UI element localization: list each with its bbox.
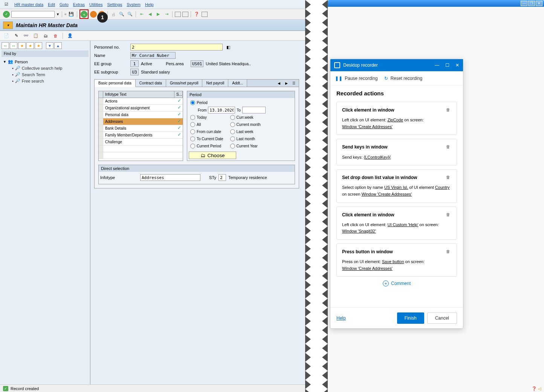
infotype-field[interactable] bbox=[140, 174, 200, 181]
recorder-minimize-icon[interactable]: — bbox=[435, 63, 439, 68]
menu-help[interactable]: Help bbox=[145, 2, 154, 7]
next-page-icon[interactable]: ▶ bbox=[155, 11, 162, 18]
menu-system[interactable]: System bbox=[127, 2, 141, 7]
find-next-icon[interactable]: 🔍 bbox=[127, 11, 133, 18]
minimize-icon[interactable]: — bbox=[521, 1, 527, 6]
period-radio[interactable] bbox=[190, 136, 195, 141]
menu-extras[interactable]: Extras bbox=[73, 2, 85, 7]
infotype-row[interactable]: Actions✓ bbox=[99, 98, 183, 105]
to-date-field[interactable] bbox=[242, 107, 266, 113]
tab-basic[interactable]: Basic personal data bbox=[95, 80, 136, 87]
period-radio[interactable] bbox=[190, 122, 195, 127]
choose-button[interactable]: 🗂 Choose bbox=[189, 152, 236, 159]
infotype-row[interactable]: Family Member/Dependents✓ bbox=[99, 132, 183, 139]
tab-gross[interactable]: Gross/net payroll bbox=[166, 80, 203, 87]
tab-net[interactable]: Net payroll bbox=[202, 80, 228, 87]
delete-action-icon[interactable]: 🗑 bbox=[446, 174, 452, 180]
tree-child-2[interactable]: •🔎Free search bbox=[12, 78, 89, 84]
action-card[interactable]: Send keys in window🗑Send keys: {LControl… bbox=[336, 139, 457, 165]
finish-button[interactable]: Finish bbox=[397, 312, 424, 324]
search-help-icon[interactable]: ◧ bbox=[225, 44, 232, 51]
menu-goto[interactable]: Goto bbox=[60, 2, 69, 7]
from-date-field[interactable] bbox=[208, 107, 235, 113]
nav-fav-icon[interactable]: ★ bbox=[26, 42, 34, 49]
dropdown-icon[interactable]: ▼ bbox=[56, 12, 60, 16]
name-field[interactable] bbox=[130, 52, 176, 59]
print-icon[interactable]: 🖨 bbox=[110, 11, 117, 18]
copy-icon[interactable]: 📋 bbox=[32, 32, 39, 39]
cancel-button[interactable]: Cancel bbox=[427, 312, 457, 324]
maximize-icon[interactable]: ❐ bbox=[528, 1, 535, 6]
eesub-code[interactable] bbox=[130, 69, 139, 75]
delete-action-icon[interactable]: 🗑 bbox=[446, 211, 452, 217]
infotype-row[interactable]: Bank Details✓ bbox=[99, 125, 183, 132]
overview-icon[interactable]: 👤 bbox=[67, 32, 73, 39]
nav-star-icon[interactable]: ★ bbox=[18, 42, 26, 49]
action-card[interactable]: Click element in window🗑Left click on UI… bbox=[336, 102, 457, 135]
period-radio-main[interactable] bbox=[190, 100, 195, 105]
delete-action-icon[interactable]: 🗑 bbox=[446, 107, 452, 113]
enter-icon[interactable]: ✓ bbox=[3, 11, 10, 18]
tree-child-0[interactable]: •🔎Collective search help bbox=[12, 65, 89, 71]
period-radio[interactable] bbox=[230, 115, 235, 120]
recorder-close-icon[interactable]: ✕ bbox=[455, 63, 459, 68]
period-radio[interactable] bbox=[230, 122, 235, 127]
eegroup-code[interactable] bbox=[130, 60, 139, 67]
period-radio[interactable] bbox=[190, 129, 195, 134]
action-card[interactable]: Click element in window🗑Left click on UI… bbox=[336, 207, 457, 240]
infotype-row[interactable]: Addresses✓ bbox=[99, 118, 183, 125]
menu-utilities[interactable]: Utilities bbox=[89, 2, 102, 7]
last-page-icon[interactable]: ⇥ bbox=[163, 11, 170, 18]
create-icon[interactable]: 📄 bbox=[3, 32, 10, 39]
persarea-code[interactable] bbox=[191, 60, 203, 67]
layout-icon[interactable] bbox=[202, 12, 208, 17]
nav-down-icon[interactable]: ▼ bbox=[46, 42, 53, 49]
nav-up-icon[interactable]: ▲ bbox=[54, 42, 62, 49]
period-radio[interactable] bbox=[190, 144, 195, 149]
infotype-row[interactable]: Challenge bbox=[99, 139, 183, 145]
tab-list-icon[interactable]: ☰ bbox=[290, 80, 297, 87]
save-icon[interactable]: 💾 bbox=[68, 11, 75, 18]
tree-child-1[interactable]: •🔎Search Term bbox=[12, 71, 89, 78]
action-card[interactable]: Set drop down list value in window🗑Selec… bbox=[336, 169, 457, 202]
period-radio[interactable] bbox=[230, 136, 235, 141]
infotype-row[interactable]: Personal data✓ bbox=[99, 112, 183, 118]
tab-scroll-right-icon[interactable]: ▶ bbox=[283, 80, 290, 87]
exit-icon[interactable] bbox=[90, 11, 97, 18]
delete-action-icon[interactable]: 🗑 bbox=[446, 248, 452, 254]
tab-contract[interactable]: Contract data bbox=[136, 80, 166, 87]
delete-icon[interactable]: 🗑 bbox=[52, 32, 59, 39]
nav-back-icon[interactable]: ⇦ bbox=[2, 42, 9, 49]
shortcut-icon[interactable] bbox=[182, 12, 188, 17]
sty-field[interactable] bbox=[219, 174, 226, 181]
action-card[interactable]: Press button in window🗑Press on UI eleme… bbox=[336, 243, 457, 277]
delimit-icon[interactable]: 🗂 bbox=[42, 32, 49, 39]
command-field[interactable] bbox=[11, 11, 55, 18]
period-radio[interactable] bbox=[190, 115, 195, 120]
delete-action-icon[interactable]: 🗑 bbox=[446, 144, 452, 150]
find-icon[interactable]: 🔍 bbox=[118, 11, 125, 18]
period-radio[interactable] bbox=[230, 144, 235, 149]
nav-del-icon[interactable]: ★ bbox=[35, 42, 42, 49]
menu-settings[interactable]: Settings bbox=[107, 2, 122, 7]
pno-field[interactable] bbox=[130, 44, 223, 51]
tab-addt[interactable]: Addt... bbox=[228, 80, 247, 87]
help-link[interactable]: Help bbox=[336, 315, 346, 321]
recorder-maximize-icon[interactable]: ☐ bbox=[445, 63, 449, 68]
pause-recording-button[interactable]: ❚❚ Pause recording bbox=[335, 76, 377, 81]
infotype-row[interactable]: Organizational assignment✓ bbox=[99, 105, 183, 112]
prev-page-icon[interactable]: ◀ bbox=[147, 11, 153, 18]
session-icon[interactable] bbox=[175, 12, 181, 17]
display-icon[interactable]: 👓 bbox=[23, 32, 29, 39]
tree-root[interactable]: ▼ 👥 Person bbox=[3, 58, 89, 65]
add-comment-button[interactable]: + Comment bbox=[336, 280, 457, 286]
menu-hr[interactable]: HR master data bbox=[14, 2, 43, 7]
period-radio[interactable] bbox=[230, 129, 235, 134]
edit-icon[interactable]: ✎ bbox=[13, 32, 20, 39]
menu-edit[interactable]: Edit bbox=[48, 2, 55, 7]
close-icon[interactable]: ✕ bbox=[536, 1, 542, 6]
nav-fwd-icon[interactable]: ⇨ bbox=[10, 42, 17, 49]
back-button-highlighted[interactable]: « bbox=[79, 9, 89, 19]
tab-scroll-left-icon[interactable]: ◀ bbox=[275, 80, 282, 87]
reset-recording-button[interactable]: ↻ Reset recording bbox=[384, 76, 422, 81]
